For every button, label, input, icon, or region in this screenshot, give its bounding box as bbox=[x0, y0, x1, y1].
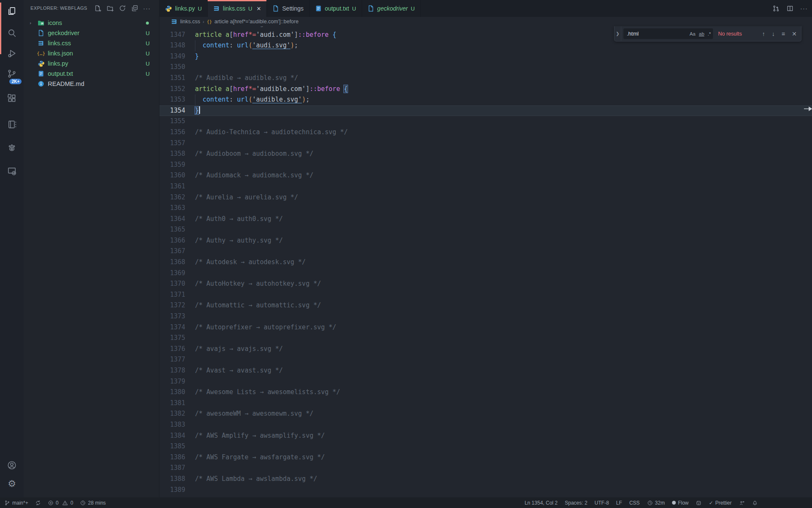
code-line-1357[interactable]: 1357 bbox=[159, 138, 812, 149]
find-in-selection-icon[interactable]: ≡ bbox=[782, 30, 785, 37]
line-number[interactable]: 1357 bbox=[159, 138, 185, 149]
code-line-1365[interactable]: 1365 bbox=[159, 224, 812, 235]
line-number[interactable]: 1373 bbox=[159, 311, 185, 322]
status-prettier[interactable]: ✓Prettier bbox=[709, 497, 732, 508]
match-case-icon[interactable]: Aa bbox=[689, 31, 695, 36]
status-feedback[interactable] bbox=[739, 497, 745, 508]
activity-notebook-icon[interactable] bbox=[0, 115, 24, 134]
code-line-1374[interactable]: 1374/* Autoprefixer → autoprefixer.svg *… bbox=[159, 322, 812, 333]
line-number[interactable]: 1349 bbox=[159, 51, 185, 62]
code-line-1383[interactable]: 1383 bbox=[159, 420, 812, 431]
code-line-1368[interactable]: 1368/* Autodesk → autodesk.svg */ bbox=[159, 257, 812, 268]
line-number[interactable]: 1381 bbox=[159, 398, 185, 409]
find-next-icon[interactable]: ↓ bbox=[772, 30, 775, 37]
status-git-branch[interactable]: main*+ bbox=[4, 497, 28, 508]
line-number[interactable]: 1367 bbox=[159, 246, 185, 257]
activity-accounts-icon[interactable] bbox=[0, 456, 24, 475]
tree-item-links-py[interactable]: links.pyU bbox=[24, 58, 159, 69]
code-line-1388[interactable]: 1388/* AWS Lambda → awslambda.svg */ bbox=[159, 474, 812, 485]
split-editor-icon[interactable] bbox=[786, 5, 794, 12]
line-number[interactable]: 1359 bbox=[159, 160, 185, 171]
tree-item-readme-md[interactable]: README.md bbox=[24, 79, 159, 89]
line-number[interactable]: 1380 bbox=[159, 387, 185, 398]
status-language-mode[interactable]: CSS bbox=[629, 497, 640, 508]
line-number[interactable]: 1356 bbox=[159, 127, 185, 138]
line-number[interactable]: 1369 bbox=[159, 268, 185, 279]
close-tab-icon[interactable]: ✕ bbox=[256, 6, 261, 12]
code-line-1348[interactable]: 1348 content: url('audi.svg'); bbox=[159, 40, 812, 51]
code-line-1351[interactable]: 1351/* Audible → audible.svg */ bbox=[159, 73, 812, 84]
code-line-1372[interactable]: 1372/* Automattic → automattic.svg */ bbox=[159, 300, 812, 311]
code-line-1362[interactable]: 1362/* Aurelia → aurelia.svg */ bbox=[159, 192, 812, 203]
status-indentation[interactable]: Spaces: 2 bbox=[565, 497, 587, 508]
status-face[interactable] bbox=[696, 497, 702, 508]
line-number[interactable]: 1360 bbox=[159, 170, 185, 181]
code-line-1366[interactable]: 1366/* Authy → authy.svg */ bbox=[159, 235, 812, 246]
line-number[interactable]: 1350 bbox=[159, 62, 185, 73]
line-number[interactable]: 1346 bbox=[159, 26, 185, 30]
tab-output-txt[interactable]: output.txtU bbox=[310, 0, 362, 17]
line-number[interactable]: 1385 bbox=[159, 441, 185, 452]
code-line-1382[interactable]: 1382/* awesomeWM → awesomewm.svg */ bbox=[159, 409, 812, 420]
code-line-1361[interactable]: 1361 bbox=[159, 181, 812, 192]
line-number[interactable]: 1372 bbox=[159, 300, 185, 311]
status-timer[interactable]: 28 mins bbox=[80, 497, 106, 508]
status-session-timer[interactable]: 32m bbox=[647, 497, 665, 508]
line-number[interactable]: 1348 bbox=[159, 40, 185, 51]
line-number[interactable]: 1351 bbox=[159, 73, 185, 84]
regex-icon[interactable]: .* bbox=[708, 31, 711, 36]
line-number[interactable]: 1376 bbox=[159, 344, 185, 355]
line-number[interactable]: 1363 bbox=[159, 203, 185, 214]
tree-item-icons[interactable]: ›icons bbox=[24, 18, 159, 28]
activity-paw-icon[interactable] bbox=[0, 138, 24, 157]
breadcrumb-file[interactable]: links.css bbox=[180, 19, 200, 25]
find-input[interactable]: .html Aa ab .* bbox=[623, 28, 713, 39]
breadcrumb-symbol[interactable]: article a[href*='audible.com']::before bbox=[214, 19, 299, 25]
line-number[interactable]: 1371 bbox=[159, 290, 185, 301]
tab-links-css[interactable]: links.cssU✕ bbox=[208, 0, 267, 17]
line-number[interactable]: 1354 bbox=[159, 105, 185, 116]
code-line-1349[interactable]: 1349} bbox=[159, 51, 812, 62]
code-line-1359[interactable]: 1359 bbox=[159, 160, 812, 171]
line-number[interactable]: 1384 bbox=[159, 431, 185, 442]
line-number[interactable]: 1374 bbox=[159, 322, 185, 333]
activity-live-preview-icon[interactable] bbox=[0, 162, 24, 180]
code-line-1378[interactable]: 1378/* Avast → avast.svg */ bbox=[159, 365, 812, 376]
line-number[interactable]: 1362 bbox=[159, 192, 185, 203]
status-eol[interactable]: LF bbox=[616, 497, 622, 508]
tab-geckodriver[interactable]: geckodriverU bbox=[362, 0, 421, 17]
whole-word-icon[interactable]: ab bbox=[699, 31, 705, 36]
code-line-1387[interactable]: 1387 bbox=[159, 463, 812, 474]
code-line-1369[interactable]: 1369 bbox=[159, 268, 812, 279]
line-number[interactable]: 1387 bbox=[159, 463, 185, 474]
status-problems[interactable]: 00 bbox=[48, 497, 73, 508]
line-number[interactable]: 1358 bbox=[159, 149, 185, 160]
line-number[interactable]: 1389 bbox=[159, 485, 185, 496]
status-cursor-position[interactable]: Ln 1354, Col 2 bbox=[524, 497, 557, 508]
line-number[interactable]: 1365 bbox=[159, 224, 185, 235]
line-number[interactable]: 1370 bbox=[159, 279, 185, 290]
status-encoding[interactable]: UTF-8 bbox=[595, 497, 609, 508]
code-line-1384[interactable]: 1384/* AWS Amplify → awsamplify.svg */ bbox=[159, 431, 812, 442]
open-changes-icon[interactable] bbox=[772, 5, 780, 12]
code-line-1377[interactable]: 1377 bbox=[159, 354, 812, 365]
code-line-1360[interactable]: 1360/* Audiomack → audiomack.svg */ bbox=[159, 170, 812, 181]
status-flow[interactable]: Flow bbox=[672, 497, 689, 508]
tab-settings[interactable]: Settings bbox=[267, 0, 310, 17]
code-line-1354[interactable]: 1354} bbox=[159, 105, 812, 116]
code-line-1373[interactable]: 1373 bbox=[159, 311, 812, 322]
activity-extensions-icon[interactable] bbox=[0, 89, 24, 108]
line-number[interactable]: 1388 bbox=[159, 474, 185, 485]
line-number[interactable]: 1382 bbox=[159, 409, 185, 420]
refresh-icon[interactable] bbox=[118, 3, 127, 13]
activity-source-control-icon[interactable]: 2K+ bbox=[0, 64, 24, 83]
status-sync[interactable] bbox=[35, 497, 41, 508]
code-line-1352[interactable]: 1352article a[href*='audible.com']::befo… bbox=[159, 84, 812, 95]
line-number[interactable]: 1355 bbox=[159, 116, 185, 127]
code-line-1379[interactable]: 1379 bbox=[159, 376, 812, 387]
collapse-all-icon[interactable] bbox=[130, 3, 139, 13]
tab-links-py[interactable]: links.pyU bbox=[159, 0, 208, 17]
code-line-1386[interactable]: 1386/* AWS Fargate → awsfargate.svg */ bbox=[159, 452, 812, 463]
tree-item-links-json[interactable]: {…}links.jsonU bbox=[24, 48, 159, 58]
line-number[interactable]: 1375 bbox=[159, 333, 185, 344]
